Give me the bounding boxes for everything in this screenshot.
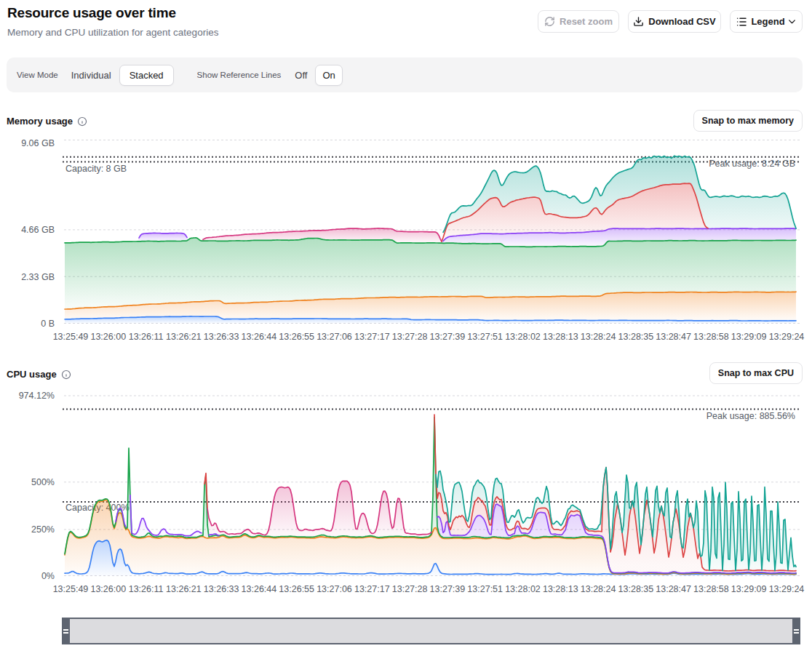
svg-text:2.33 GB: 2.33 GB — [21, 272, 55, 282]
svg-text:13:27:06: 13:27:06 — [317, 332, 352, 342]
svg-text:13:28:13: 13:28:13 — [543, 332, 578, 342]
svg-text:13:29:24: 13:29:24 — [769, 332, 805, 342]
svg-text:13:27:06: 13:27:06 — [317, 584, 352, 594]
svg-text:13:26:11: 13:26:11 — [129, 584, 164, 594]
svg-text:250%: 250% — [31, 524, 55, 535]
svg-text:13:28:47: 13:28:47 — [656, 332, 691, 342]
svg-text:13:26:55: 13:26:55 — [279, 584, 314, 594]
svg-text:13:26:44: 13:26:44 — [242, 584, 277, 594]
svg-text:Peak usage: 8.24 GB: Peak usage: 8.24 GB — [709, 159, 795, 169]
svg-text:13:26:11: 13:26:11 — [129, 332, 164, 342]
svg-text:13:28:58: 13:28:58 — [693, 584, 729, 594]
svg-text:Peak usage: 885.56%: Peak usage: 885.56% — [706, 411, 795, 421]
svg-text:13:26:33: 13:26:33 — [204, 332, 239, 342]
svg-text:500%: 500% — [31, 477, 55, 487]
svg-text:13:27:28: 13:27:28 — [392, 332, 428, 342]
svg-text:13:27:51: 13:27:51 — [467, 332, 503, 342]
svg-text:974.12%: 974.12% — [19, 391, 55, 401]
svg-text:0 B: 0 B — [41, 319, 55, 329]
svg-text:13:25:49: 13:25:49 — [53, 584, 89, 594]
svg-text:13:29:24: 13:29:24 — [769, 584, 805, 594]
svg-text:13:27:17: 13:27:17 — [354, 584, 390, 594]
svg-text:13:26:55: 13:26:55 — [279, 332, 314, 342]
svg-text:13:27:39: 13:27:39 — [430, 584, 466, 594]
svg-text:13:28:24: 13:28:24 — [581, 584, 616, 594]
svg-text:13:25:49: 13:25:49 — [53, 332, 89, 342]
svg-text:13:26:21: 13:26:21 — [166, 332, 202, 342]
svg-text:13:26:00: 13:26:00 — [90, 584, 126, 594]
svg-text:13:28:24: 13:28:24 — [581, 332, 616, 342]
svg-text:9.06 GB: 9.06 GB — [21, 138, 55, 148]
svg-text:13:29:09: 13:29:09 — [731, 332, 767, 342]
svg-text:13:26:44: 13:26:44 — [242, 332, 277, 342]
svg-text:4.66 GB: 4.66 GB — [21, 225, 55, 235]
svg-text:13:29:09: 13:29:09 — [731, 584, 767, 594]
svg-text:13:28:58: 13:28:58 — [693, 332, 729, 342]
svg-text:13:27:39: 13:27:39 — [430, 332, 466, 342]
svg-text:0%: 0% — [41, 571, 55, 581]
svg-text:13:28:35: 13:28:35 — [618, 332, 654, 342]
svg-text:13:26:33: 13:26:33 — [204, 584, 239, 594]
svg-text:Capacity: 8 GB: Capacity: 8 GB — [65, 164, 127, 174]
svg-text:13:27:28: 13:27:28 — [392, 584, 428, 594]
svg-text:13:28:47: 13:28:47 — [656, 584, 691, 594]
svg-text:13:26:00: 13:26:00 — [90, 332, 126, 342]
svg-text:13:28:02: 13:28:02 — [505, 584, 541, 594]
svg-text:13:27:51: 13:27:51 — [467, 584, 503, 594]
svg-text:13:28:13: 13:28:13 — [543, 584, 578, 594]
svg-text:13:28:02: 13:28:02 — [505, 332, 541, 342]
svg-text:13:28:35: 13:28:35 — [618, 584, 654, 594]
svg-text:Capacity: 400%: Capacity: 400% — [65, 503, 130, 513]
svg-text:13:27:17: 13:27:17 — [354, 332, 390, 342]
svg-text:13:26:21: 13:26:21 — [166, 584, 202, 594]
